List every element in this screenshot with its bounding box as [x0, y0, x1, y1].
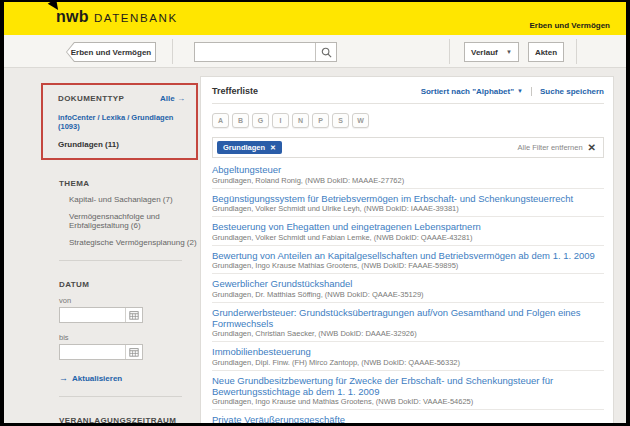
close-icon: ✕ — [270, 144, 276, 152]
chevron-down-icon: ▼ — [517, 88, 523, 94]
result-title-link[interactable]: Neue Grundbesitzbewertung für Zwecke der… — [212, 375, 604, 397]
result-list: Abgeltungsteuer Grundlagen, Roland Ronig… — [212, 160, 604, 423]
sort-label: Sortiert nach "Alphabet" — [421, 87, 514, 96]
alphabet-letter-button[interactable]: P — [312, 113, 329, 128]
screenshot-frame: nwb DATENBANK Erben und Vermögen Erben u… — [0, 0, 630, 426]
alphabet-letter-button[interactable]: I — [272, 113, 289, 128]
back-breadcrumb-label: Erben und Vermögen — [67, 43, 155, 61]
clear-all-filters-button[interactable]: Alle Filter entfernen ✕ — [518, 142, 596, 153]
arrow-right-icon: → — [59, 373, 68, 383]
datum-von-field — [59, 307, 143, 323]
dokumenttyp-alle-link[interactable]: Alle → — [160, 94, 185, 103]
alphabet-letter-button[interactable]: A — [212, 113, 229, 128]
result-meta: Grundlagen, Ingo Krause Mathias Grootens… — [212, 262, 604, 270]
datum-von-input[interactable] — [60, 308, 125, 322]
content-area: DOKUMENTTYP Alle → infoCenter / Lexika /… — [4, 69, 626, 423]
alle-label: Alle — [160, 94, 175, 103]
result-item: Abgeltungsteuer Grundlagen, Roland Ronig… — [212, 160, 604, 189]
thema-list: Kapital- und Sachanlagen (7) Vermögensna… — [59, 195, 182, 247]
module-label: Erben und Vermögen — [530, 21, 610, 30]
toolbar: Erben und Vermögen Verlauf ▼ Akten — [4, 35, 626, 68]
app-logo[interactable]: nwb DATENBANK — [56, 8, 178, 26]
datum-bis-field — [59, 344, 143, 360]
dokumenttyp-heading: DOKUMENTTYP — [58, 94, 124, 103]
result-meta: Grundlagen, Christian Saecker, (NWB DokI… — [212, 330, 604, 338]
result-item: Grunderwerbsteuer: Grundstücksübertragun… — [212, 303, 604, 343]
alphabet-letter-button[interactable]: S — [332, 113, 349, 128]
result-title-link[interactable]: Grunderwerbsteuer: Grundstücksübertragun… — [212, 307, 604, 329]
alphabet-letter-button[interactable]: B — [232, 113, 249, 128]
akten-button[interactable]: Akten — [528, 42, 564, 62]
thema-filter-item[interactable]: Strategische Vermögensplanung (2) — [69, 238, 197, 248]
datum-bis-calendar-button[interactable] — [125, 345, 142, 359]
aktualisieren-link[interactable]: → Aktualisieren — [59, 373, 182, 383]
logo-text: DATENBANK — [94, 12, 178, 24]
datum-von-label: von — [59, 296, 182, 305]
result-item: Begünstigungssystem für Betriebsvermögen… — [212, 189, 604, 218]
app-header: nwb DATENBANK Erben und Vermögen — [4, 2, 626, 35]
datum-bis-input[interactable] — [60, 345, 125, 359]
dokumenttyp-highlight-box: DOKUMENTTYP Alle → infoCenter / Lexika /… — [41, 83, 198, 160]
alphabet-letter-button[interactable]: N — [292, 113, 309, 128]
result-title-link[interactable]: Immobilienbesteuerung — [212, 346, 604, 357]
verlauf-label: Verlauf — [471, 48, 498, 57]
result-meta: Grundlagen, Volker Schmidt und Fabian Le… — [212, 234, 604, 242]
result-meta: Grundlagen, Ingo Krause und Mathias Groo… — [212, 398, 604, 406]
result-title-link[interactable]: Abgeltungsteuer — [212, 164, 604, 175]
clear-all-filters-label: Alle Filter entfernen — [518, 143, 583, 152]
active-filter-bar: Grundlagen ✕ Alle Filter entfernen ✕ — [212, 137, 604, 158]
result-meta: Grundlagen, Roland Ronig, (NWB DokID: MA… — [212, 177, 604, 185]
datum-bis-label: bis — [59, 333, 182, 342]
search-icon — [321, 47, 332, 58]
result-item: Private Veräußerungsgeschäfte Grundlagen… — [212, 410, 604, 423]
thema-heading: THEMA — [59, 179, 182, 188]
veranlagungszeitraum-heading: VERANLAGUNGSZEITRAUM — [59, 416, 182, 423]
close-icon: ✕ — [588, 142, 596, 153]
result-item: Neue Grundbesitzbewertung für Zwecke der… — [212, 371, 604, 411]
sidebar-divider — [59, 396, 182, 397]
results-title: Trefferliste — [212, 86, 258, 96]
app-window: nwb DATENBANK Erben und Vermögen Erben u… — [4, 2, 626, 423]
result-meta: Grundlagen, Volker Schmidt und Ulrike Le… — [212, 205, 604, 213]
arrow-right-icon: → — [177, 94, 185, 103]
search-box — [194, 42, 337, 62]
dokumenttyp-breadcrumb-link[interactable]: infoCenter / Lexika / Grundlagen (1093) — [58, 113, 185, 131]
logo-text-bold: nwb — [56, 8, 89, 26]
search-button[interactable] — [315, 43, 336, 61]
dokumenttyp-selected-item[interactable]: Grundlagen (11) — [58, 140, 185, 149]
filter-pill-label: Grundlagen — [223, 143, 265, 152]
toolbar-divider — [172, 39, 173, 64]
result-title-link[interactable]: Private Veräußerungsgeschäfte — [212, 414, 604, 423]
verlauf-dropdown[interactable]: Verlauf ▼ — [464, 42, 519, 62]
alphabet-letter-button[interactable]: W — [352, 113, 369, 128]
result-item: Besteuerung von Ehegatten und eingetrage… — [212, 217, 604, 246]
result-item: Immobilienbesteuerung Grundlagen, Dipl. … — [212, 342, 604, 371]
result-title-link[interactable]: Begünstigungssystem für Betriebsvermögen… — [212, 193, 604, 204]
thema-filter-item[interactable]: Kapital- und Sachanlagen (7) — [69, 195, 197, 205]
calendar-icon — [129, 347, 139, 357]
chevron-down-icon: ▼ — [506, 49, 512, 55]
result-title-link[interactable]: Gewerblicher Grundstückshandel — [212, 278, 604, 289]
results-header: Trefferliste Sortiert nach "Alphabet" ▼ … — [212, 86, 604, 104]
alphabet-letter-button[interactable]: G — [252, 113, 269, 128]
result-item: Gewerblicher Grundstückshandel Grundlage… — [212, 274, 604, 303]
aktualisieren-label: Aktualisieren — [72, 374, 122, 383]
sort-dropdown[interactable]: Sortiert nach "Alphabet" ▼ — [421, 87, 523, 96]
toolbar-divider — [576, 39, 577, 64]
result-title-link[interactable]: Besteuerung von Ehegatten und eingetrage… — [212, 221, 604, 232]
thema-filter-item[interactable]: Vermögensnachfolge und Erbfallgestaltung… — [69, 212, 197, 231]
sidebar-divider — [59, 260, 182, 261]
back-breadcrumb-button[interactable]: Erben und Vermögen — [66, 42, 156, 62]
result-title-link[interactable]: Bewertung von Anteilen an Kapitalgesells… — [212, 250, 604, 261]
results-panel: Trefferliste Sortiert nach "Alphabet" ▼ … — [200, 76, 614, 423]
alphabet-filter-row: A B G I N P S W — [212, 113, 604, 128]
datum-von-calendar-button[interactable] — [125, 308, 142, 322]
toolbar-divider — [449, 39, 450, 64]
save-search-link[interactable]: Suche speichern — [531, 87, 604, 96]
datum-heading: DATUM — [59, 280, 182, 289]
search-input[interactable] — [195, 43, 315, 61]
result-meta: Grundlagen, Dipl. Finw. (FH) Mirco Zanto… — [212, 359, 604, 367]
result-meta: Grundlagen, Dr. Matthias Söffing, (NWB D… — [212, 291, 604, 299]
result-item: Bewertung von Anteilen an Kapitalgesells… — [212, 246, 604, 275]
filter-pill-grundlagen[interactable]: Grundlagen ✕ — [217, 141, 282, 154]
